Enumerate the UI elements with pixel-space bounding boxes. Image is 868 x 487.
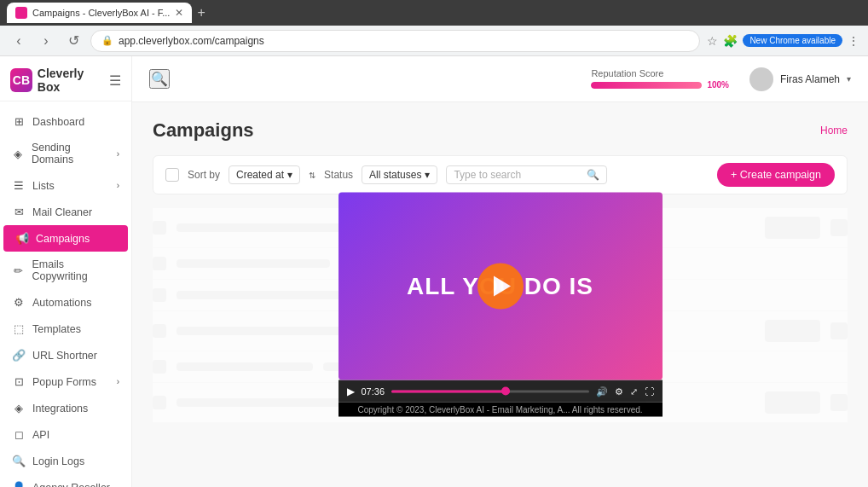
loading-overlay: Loading, please wait... ALL YOU DO IS <box>153 208 848 423</box>
sidebar-item-sending-domains[interactable]: ◈ Sending Domains › <box>0 135 131 172</box>
sidebar-label-emails-copywriting: Emails Copywriting <box>32 258 119 282</box>
api-icon: ◻ <box>12 428 26 441</box>
play-button[interactable] <box>477 264 524 310</box>
browser-tab[interactable]: Campaigns - CleverlyBox AI - F... ✕ <box>7 3 192 23</box>
sidebar-label-lists: Lists <box>32 180 55 192</box>
sidebar-label-login-logs: Login Logs <box>32 455 84 467</box>
sidebar-label-popup-forms: Popup Forms <box>32 376 96 388</box>
chevron-right-icon-popup: › <box>117 377 119 386</box>
reputation-section: Reputation Score 100% <box>591 68 729 90</box>
page-title: Campaigns <box>153 119 254 142</box>
address-bar[interactable]: 🔒 app.cleverlybox.com/campaigns <box>90 30 700 52</box>
sidebar-label-integrations: Integrations <box>32 403 88 415</box>
sidebar-item-templates[interactable]: ⬚ Templates <box>0 316 131 342</box>
reputation-bar <box>591 82 702 89</box>
sidebar-label-agency-reseller: Agency Reseller <box>32 482 110 488</box>
logo-text: Cleverly Box <box>38 67 104 94</box>
reload-btn[interactable]: ↺ <box>63 31 84 51</box>
extensions-btn[interactable]: 🧩 <box>723 34 738 48</box>
browser-actions: ☆ 🧩 New Chrome available ⋮ <box>707 34 859 48</box>
sort-label: Sort by <box>188 169 220 181</box>
video-player[interactable]: ALL YOU DO IS ▶ 07:36 <box>339 193 663 417</box>
chevron-right-icon-lists: › <box>117 181 119 190</box>
sidebar-label-mail-cleaner: Mail Cleaner <box>32 206 92 218</box>
new-chrome-badge[interactable]: New Chrome available <box>743 34 842 47</box>
sidebar-label-dashboard: Dashboard <box>32 116 84 128</box>
table-area: Loading, please wait... ALL YOU DO IS <box>153 208 848 423</box>
search-icon: 🔍 <box>587 169 599 181</box>
sidebar-item-emails-copywriting[interactable]: ✏ Emails Copywriting <box>0 252 131 289</box>
app-wrapper: CB Cleverly Box ☰ ⊞ Dashboard ◈ Sending … <box>0 56 868 487</box>
reputation-fill <box>591 82 702 89</box>
search-input[interactable] <box>454 169 582 181</box>
browser-chrome: Campaigns - CleverlyBox AI - F... ✕ + <box>0 0 868 26</box>
campaigns-icon: 📢 <box>15 232 29 245</box>
video-footer: Copyright © 2023, CleverlyBox AI - Email… <box>339 403 663 417</box>
back-btn[interactable]: ‹ <box>9 31 29 51</box>
video-time: 07:36 <box>362 386 385 397</box>
search-box[interactable]: 🔍 <box>446 165 607 184</box>
create-campaign-btn[interactable]: + Create campaign <box>717 163 835 187</box>
video-progress-fill <box>391 390 510 392</box>
sidebar-item-dashboard[interactable]: ⊞ Dashboard <box>0 108 131 135</box>
url-shortner-icon: 🔗 <box>12 349 26 362</box>
sidebar-nav: ⊞ Dashboard ◈ Sending Domains › ☰ Lists … <box>0 101 131 487</box>
sidebar-item-popup-forms[interactable]: ⊡ Popup Forms › <box>0 368 131 395</box>
fullscreen-icon[interactable]: ⤢ <box>630 386 638 397</box>
play-triangle-icon <box>494 276 511 297</box>
volume-icon[interactable]: 🔊 <box>596 386 608 397</box>
video-footer-text: Copyright © 2023, CleverlyBox AI - Email… <box>357 405 642 415</box>
sidebar-label-url-shortner: URL Shortner <box>32 350 97 362</box>
video-controls: ▶ 07:36 🔊 ⚙ ⤢ ⛶ <box>339 380 663 403</box>
sending-domains-icon: ◈ <box>12 148 25 160</box>
sidebar-hamburger-btn[interactable]: ☰ <box>109 72 121 89</box>
url-text: app.cleverlybox.com/campaigns <box>119 35 264 47</box>
sidebar-label-campaigns: Campaigns <box>36 233 90 245</box>
sort-select[interactable]: Created at ▾ <box>229 165 300 184</box>
sort-chevron-icon: ▾ <box>287 169 292 181</box>
sidebar-label-api: API <box>32 429 49 441</box>
templates-icon: ⬚ <box>12 322 26 335</box>
sidebar-logo: CB Cleverly Box ☰ <box>0 56 131 101</box>
user-section[interactable]: Firas Alameh ▾ <box>749 67 851 91</box>
video-play-btn[interactable]: ▶ <box>347 386 355 397</box>
video-progress-bar[interactable] <box>391 390 588 392</box>
toolbar: Sort by Created at ▾ ⇅ Status All status… <box>153 155 848 194</box>
browser-controls: ‹ › ↺ 🔒 app.cleverlybox.com/campaigns ☆ … <box>0 26 868 56</box>
select-all-checkbox[interactable] <box>165 168 179 182</box>
chevron-right-icon: › <box>117 149 119 159</box>
expand-icon[interactable]: ⛶ <box>645 386 654 397</box>
automations-icon: ⚙ <box>12 296 26 309</box>
sort-order-icon[interactable]: ⇅ <box>309 171 315 180</box>
sidebar-item-campaigns[interactable]: 📢 Campaigns <box>3 225 128 252</box>
user-chevron-icon: ▾ <box>847 74 851 84</box>
login-logs-icon: 🔍 <box>12 455 26 467</box>
status-value: All statuses <box>369 169 421 181</box>
popup-forms-icon: ⊡ <box>12 375 26 388</box>
sidebar: CB Cleverly Box ☰ ⊞ Dashboard ◈ Sending … <box>0 56 132 487</box>
bookmark-btn[interactable]: ☆ <box>707 34 718 48</box>
settings-icon[interactable]: ⚙ <box>615 386 623 397</box>
video-thumbnail[interactable]: ALL YOU DO IS <box>339 193 663 380</box>
sidebar-label-sending-domains: Sending Domains <box>32 142 110 165</box>
search-btn[interactable]: 🔍 <box>149 69 170 89</box>
status-select[interactable]: All statuses ▾ <box>362 165 437 184</box>
breadcrumb: Home <box>820 125 848 136</box>
sidebar-item-api[interactable]: ◻ API <box>0 421 131 448</box>
sidebar-item-agency-reseller[interactable]: 👤 Agency Reseller <box>0 474 131 487</box>
menu-btn[interactable]: ⋮ <box>848 34 859 48</box>
sidebar-item-integrations[interactable]: ◈ Integrations <box>0 395 131 421</box>
tab-title: Campaigns - CleverlyBox AI - F... <box>32 8 170 18</box>
tab-close-btn[interactable]: ✕ <box>175 7 183 19</box>
mail-cleaner-icon: ✉ <box>12 206 26 218</box>
new-tab-btn[interactable]: + <box>197 5 205 20</box>
status-label: Status <box>324 169 353 181</box>
sidebar-item-mail-cleaner[interactable]: ✉ Mail Cleaner <box>0 199 131 225</box>
top-bar: 🔍 Reputation Score 100% Firas Alameh ▾ <box>132 56 868 102</box>
sidebar-item-lists[interactable]: ☰ Lists › <box>0 172 131 199</box>
user-avatar <box>749 67 773 91</box>
forward-btn[interactable]: › <box>36 31 56 51</box>
sidebar-item-login-logs[interactable]: 🔍 Login Logs <box>0 448 131 474</box>
sidebar-item-url-shortner[interactable]: 🔗 URL Shortner <box>0 342 131 368</box>
sidebar-item-automations[interactable]: ⚙ Automations <box>0 289 131 316</box>
